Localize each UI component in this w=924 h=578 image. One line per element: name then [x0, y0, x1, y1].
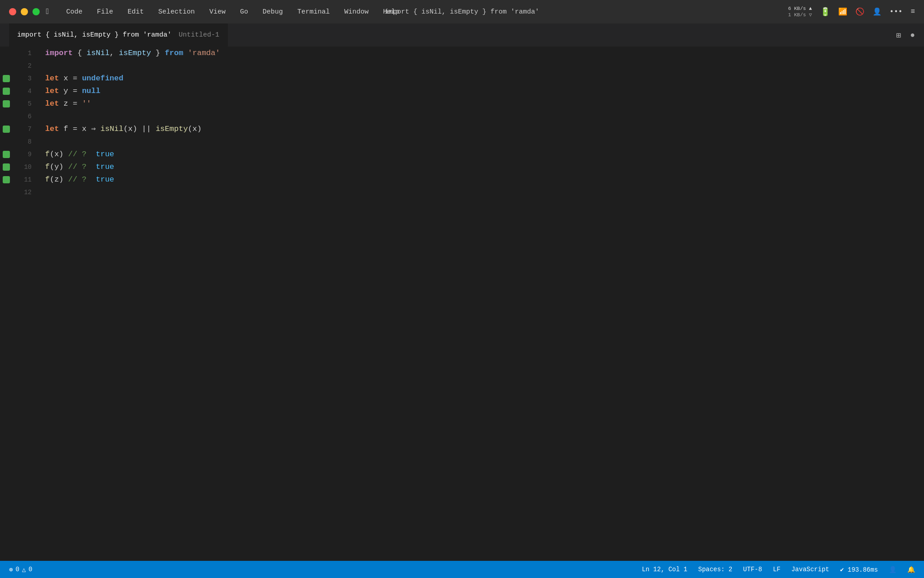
code-line — [45, 110, 918, 123]
scrollbar[interactable] — [918, 47, 924, 561]
error-icon: ⊗ — [9, 566, 13, 573]
line-number: 7 — [21, 126, 32, 133]
breakpoint-indicator — [3, 151, 10, 158]
traffic-lights — [9, 8, 40, 15]
token-identifier: isEmpty — [119, 47, 151, 60]
token-orange-kw: let — [45, 72, 59, 85]
close-button[interactable] — [9, 8, 16, 15]
token-white: (x) — [188, 123, 202, 135]
no-entry-icon: 🚫 — [855, 7, 864, 16]
gutter-row: 4 — [0, 85, 36, 98]
token-comment: // ? — [68, 161, 87, 173]
line-number: 10 — [21, 163, 32, 171]
error-count[interactable]: ⊗ 0 △ 0 — [9, 566, 32, 573]
network-download: 1 KB/s ▽ — [788, 12, 812, 18]
gutter-row: 11 — [0, 173, 36, 186]
line-number: 1 — [21, 50, 32, 57]
token-comment: // ? — [68, 148, 87, 161]
breakpoint-indicator — [3, 100, 10, 107]
code-line: import { isNil, isEmpty } from 'ramda' — [45, 47, 918, 60]
window-title: import { isNil, isEmpty } from 'ramda' — [385, 8, 539, 16]
split-editor-icon[interactable]: ⊞ — [896, 30, 901, 40]
token-import-kw: import — [45, 47, 73, 60]
token-white: z = — [59, 98, 82, 110]
maximize-button[interactable] — [32, 8, 40, 15]
account-icon[interactable]: 👤 — [889, 566, 896, 573]
token-white — [87, 148, 96, 161]
eol[interactable]: LF — [773, 566, 781, 573]
tab-active[interactable]: import { isNil, isEmpty } from 'ramda' U… — [9, 23, 228, 47]
code-line — [45, 135, 918, 148]
token-identifier: isNil — [87, 47, 110, 60]
token-pipe: || — [142, 123, 151, 135]
line-number: 5 — [21, 100, 32, 107]
warn-icon: △ — [22, 566, 26, 573]
code-line: f(z) // ? true — [45, 173, 918, 186]
code-line: let f = x ⇒ isNil(x) || isEmpty(x) — [45, 123, 918, 135]
line-number: 4 — [21, 88, 32, 95]
indentation[interactable]: Spaces: 2 — [698, 566, 732, 573]
line-number: 11 — [21, 176, 32, 183]
token-white: , — [110, 47, 119, 60]
token-true-val: true — [96, 173, 114, 186]
line-number: 8 — [21, 138, 32, 145]
notification-icon[interactable]: 🔔 — [907, 566, 915, 573]
menu-edit[interactable]: Edit — [126, 7, 146, 17]
menu-code[interactable]: Code — [65, 7, 84, 17]
gutter-row: 6 — [0, 110, 36, 123]
statusbar-right: Ln 12, Col 1 Spaces: 2 UTF-8 LF JavaScri… — [642, 566, 915, 573]
token-yellow: f — [45, 148, 50, 161]
token-yellow: f — [45, 161, 50, 173]
minimize-button[interactable] — [21, 8, 28, 15]
code-line — [45, 60, 918, 72]
gutter-row: 12 — [0, 186, 36, 199]
gutter-row: 10 — [0, 161, 36, 173]
menu-debug[interactable]: Debug — [261, 7, 285, 17]
breakpoint-indicator — [3, 126, 10, 133]
token-white: } — [151, 47, 165, 60]
code-line: let y = null — [45, 85, 918, 98]
gutter-row: 8 — [0, 135, 36, 148]
menu-file[interactable]: File — [95, 7, 115, 17]
tab-label: Untitled-1 — [179, 31, 219, 39]
tabbar-left: import { isNil, isEmpty } from 'ramda' U… — [9, 23, 228, 47]
titlebar:  Code File Edit Selection View Go Debug… — [0, 0, 924, 23]
language-mode[interactable]: JavaScript — [791, 566, 829, 573]
line-number: 12 — [21, 189, 32, 196]
editor-area: 123456789101112 import { isNil, isEmpty … — [0, 47, 924, 561]
breakpoint-indicator — [3, 176, 10, 183]
token-null-kw: null — [82, 85, 101, 98]
profile-icon: 👤 — [873, 7, 882, 16]
warn-number: 0 — [28, 566, 32, 573]
token-white: (x) — [124, 123, 142, 135]
menu-window[interactable]: Window — [342, 7, 370, 17]
menu-go[interactable]: Go — [238, 7, 250, 17]
code-line: f(x) // ? true — [45, 148, 918, 161]
token-white: y = — [59, 85, 82, 98]
token-orange-kw: let — [45, 98, 59, 110]
token-yellow: isNil — [100, 123, 123, 135]
list-icon: ≡ — [910, 8, 915, 16]
token-white — [183, 47, 188, 60]
token-undefined-kw: undefined — [82, 72, 124, 85]
token-orange-kw: let — [45, 123, 59, 135]
token-white: (z) — [50, 173, 68, 186]
code-editor[interactable]: import { isNil, isEmpty } from 'ramda'le… — [36, 47, 918, 561]
menu-terminal[interactable]: Terminal — [296, 7, 332, 17]
token-str: '' — [82, 98, 91, 110]
code-line: let x = undefined — [45, 72, 918, 85]
breakpoint-indicator — [3, 88, 10, 95]
cursor-position[interactable]: Ln 12, Col 1 — [642, 566, 688, 573]
code-line — [45, 186, 918, 199]
encoding[interactable]: UTF-8 — [743, 566, 762, 573]
token-true-val: true — [96, 148, 114, 161]
line-number: 2 — [21, 62, 32, 70]
menu-selection[interactable]: Selection — [157, 7, 197, 17]
unsaved-indicator: ● — [910, 31, 915, 40]
statusbar-left: ⊗ 0 △ 0 — [9, 566, 32, 573]
gutter-row: 2 — [0, 60, 36, 72]
more-icon: ••• — [890, 8, 903, 16]
menu-view[interactable]: View — [208, 7, 227, 17]
token-white: { — [73, 47, 87, 60]
token-comment: // ? — [68, 173, 87, 186]
